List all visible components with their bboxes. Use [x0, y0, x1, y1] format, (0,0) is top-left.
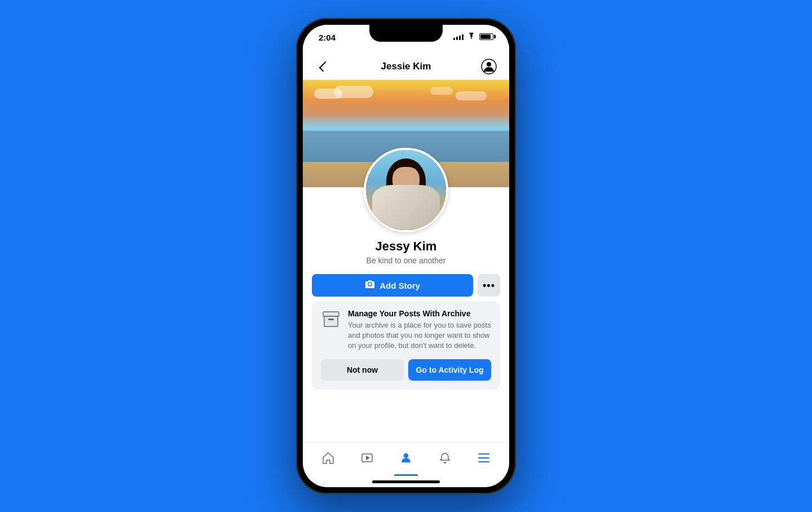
archive-banner: Manage Your Posts With Archive Your arch…	[312, 301, 500, 390]
signal-icon	[453, 33, 464, 40]
header-title: Jessie Kim	[381, 61, 431, 72]
phone-screen: 2:04	[303, 25, 509, 487]
nav-item-menu[interactable]	[465, 443, 504, 476]
notch	[369, 25, 443, 42]
status-time: 2:04	[319, 33, 336, 42]
camera-icon	[365, 280, 375, 291]
nav-item-notifications[interactable]	[426, 443, 465, 476]
nav-item-home[interactable]	[308, 443, 347, 476]
not-now-button[interactable]: Not now	[321, 359, 404, 381]
nav-item-watch[interactable]	[347, 443, 386, 476]
home-icon	[321, 451, 335, 468]
phone-frame: 2:04	[296, 18, 516, 494]
svg-rect-2	[323, 312, 339, 316]
archive-description: Your archive is a place for you to save …	[348, 320, 491, 351]
profile-name: Jessy Kim	[376, 239, 437, 254]
archive-title: Manage Your Posts With Archive	[348, 309, 491, 318]
battery-icon	[479, 33, 493, 40]
svg-point-7	[404, 453, 408, 458]
svg-rect-4	[328, 319, 334, 320]
more-button[interactable]: •••	[478, 274, 500, 297]
profile-bio: Be kind to one another	[367, 256, 446, 265]
back-button[interactable]	[314, 58, 332, 76]
more-dots-icon: •••	[483, 280, 495, 292]
nav-item-profile[interactable]	[386, 443, 425, 476]
home-indicator-bar	[372, 480, 440, 483]
activity-log-button[interactable]: Go to Activity Log	[408, 359, 491, 381]
svg-rect-3	[324, 316, 338, 326]
archive-icon	[321, 309, 341, 329]
bottom-nav	[303, 442, 509, 476]
home-indicator	[303, 476, 509, 487]
avatar	[364, 148, 448, 232]
app-header: Jessie Kim	[303, 53, 509, 80]
avatar-container	[364, 148, 448, 232]
svg-marker-6	[366, 456, 370, 460]
archive-text: Manage Your Posts With Archive Your arch…	[348, 309, 491, 351]
svg-point-1	[487, 62, 491, 67]
profile-section: Jessy Kim Be kind to one another Add Sto…	[303, 187, 509, 408]
profile-settings-button[interactable]	[480, 58, 498, 76]
bell-icon	[438, 451, 452, 468]
status-icons	[453, 33, 493, 41]
screen-content[interactable]: Jessy Kim Be kind to one another Add Sto…	[303, 80, 509, 442]
watch-icon	[360, 451, 374, 468]
profile-nav-icon	[399, 451, 413, 468]
add-story-button[interactable]: Add Story	[312, 274, 473, 297]
action-buttons: Add Story •••	[303, 274, 509, 297]
add-story-label: Add Story	[379, 281, 420, 290]
archive-actions: Not now Go to Activity Log	[321, 359, 491, 381]
wifi-icon	[467, 33, 476, 41]
menu-icon	[477, 452, 491, 467]
